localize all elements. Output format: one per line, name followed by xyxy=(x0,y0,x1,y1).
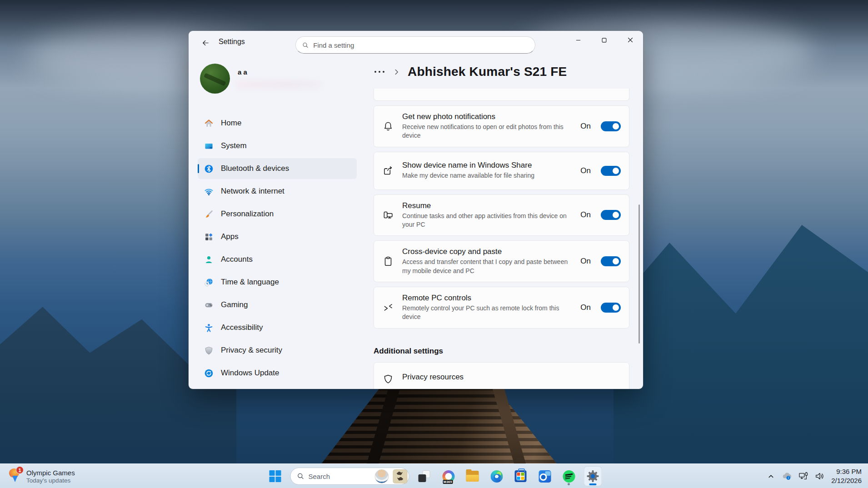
setting-title: Cross-device copy and paste xyxy=(402,247,572,256)
notification-badge: 1 xyxy=(16,466,24,474)
settings-search-input[interactable] xyxy=(313,41,529,49)
time-language-icon xyxy=(204,278,214,287)
avatar xyxy=(200,64,230,94)
setting-row-windows-share: Show device name in Windows Share Make m… xyxy=(374,152,629,190)
toggle-resume[interactable] xyxy=(601,210,621,220)
copilot-m365-button[interactable]: M365 xyxy=(439,466,458,486)
sidebar-item-label: Time & language xyxy=(221,278,279,287)
search-highlight-thumbnail[interactable] xyxy=(393,469,408,483)
chevron-up-icon xyxy=(768,473,774,480)
profile-name: a a xyxy=(238,68,247,76)
widgets-text: Olympic Games Today's updates xyxy=(26,469,75,484)
setting-row-resume: Resume Continue tasks and other app acti… xyxy=(374,194,629,236)
widgets-subtitle: Today's updates xyxy=(26,477,75,484)
share-icon xyxy=(382,165,394,177)
ethernet-icon xyxy=(798,472,808,481)
toggle-remote-pc[interactable] xyxy=(601,303,621,313)
setting-row-photo-notifications: Get new photo notifications Receive new … xyxy=(374,105,629,147)
widgets-button[interactable]: 1 Olympic Games Today's updates xyxy=(5,464,79,488)
privacy-resources-row[interactable]: Privacy resources xyxy=(374,362,629,389)
clipped-card-above xyxy=(374,89,629,101)
sidebar-item-apps[interactable]: Apps xyxy=(198,226,357,247)
personalization-icon xyxy=(204,209,214,219)
network-icon xyxy=(204,187,214,196)
outlook-icon xyxy=(539,470,551,483)
edge-button[interactable] xyxy=(488,466,506,486)
settings-gear-icon xyxy=(587,470,599,483)
remote-control-icon xyxy=(382,302,394,314)
settings-taskbar-button[interactable] xyxy=(584,466,602,486)
sidebar-item-bluetooth-devices[interactable]: Bluetooth & devices xyxy=(198,158,357,179)
sidebar-item-personalization[interactable]: Personalization xyxy=(198,204,357,224)
sidebar-item-label: Gaming xyxy=(221,300,248,309)
window-title: Settings xyxy=(219,38,245,46)
toggle-state-label: On xyxy=(580,166,591,175)
setting-title: Resume xyxy=(402,201,572,210)
settings-search-box[interactable] xyxy=(295,36,535,54)
window-controls xyxy=(565,31,643,49)
taskbar: 1 Olympic Games Today's updates Search M… xyxy=(0,463,868,488)
sidebar-item-label: Network & internet xyxy=(221,187,284,196)
setting-description: Receive new notifications to open or edi… xyxy=(402,123,572,140)
sidebar-nav: Home System Bluetooth & devices Network … xyxy=(198,113,357,385)
sidebar-item-accounts[interactable]: Accounts xyxy=(198,249,357,270)
widgets-title: Olympic Games xyxy=(26,469,75,477)
onedrive-tray-button[interactable]: i xyxy=(779,467,795,485)
toggle-copy-paste[interactable] xyxy=(601,256,621,266)
minimize-button[interactable] xyxy=(565,31,591,49)
network-tray-button[interactable] xyxy=(796,467,811,485)
task-view-button[interactable] xyxy=(415,466,434,486)
clock[interactable]: 9:36 PM 2/12/2026 xyxy=(828,467,866,485)
bluetooth-icon xyxy=(204,164,214,174)
sidebar-item-network-internet[interactable]: Network & internet xyxy=(198,181,357,202)
vertical-scrollbar[interactable] xyxy=(639,204,640,344)
search-highlight-portrait[interactable] xyxy=(375,469,389,483)
start-button[interactable] xyxy=(266,466,284,486)
onedrive-cloud-icon: i xyxy=(782,472,793,481)
system-tray: i 9:36 PM 2/12/2026 xyxy=(763,464,866,488)
toggle-photo-notifications[interactable] xyxy=(601,121,621,131)
spotify-button[interactable] xyxy=(560,466,578,486)
sidebar-item-privacy-security[interactable]: Privacy & security xyxy=(198,340,357,361)
tray-time: 9:36 PM xyxy=(831,467,862,476)
sidebar-item-label: Home xyxy=(221,119,241,128)
close-button[interactable] xyxy=(617,31,643,49)
sidebar-item-label: System xyxy=(221,141,247,150)
maximize-button[interactable] xyxy=(591,31,617,49)
sidebar-item-gaming[interactable]: Gaming xyxy=(198,294,357,315)
shield-outline-icon xyxy=(382,371,394,385)
setting-title: Privacy resources xyxy=(402,373,574,382)
setting-description: Continue tasks and other app activities … xyxy=(402,212,572,229)
tray-overflow-button[interactable] xyxy=(763,467,778,485)
clipboard-icon xyxy=(382,255,394,267)
minimize-icon xyxy=(576,38,581,43)
windows-logo-icon xyxy=(269,470,281,482)
sidebar-item-home[interactable]: Home xyxy=(198,113,357,134)
section-heading: Additional settings xyxy=(374,347,629,356)
titlebar[interactable]: Settings xyxy=(189,31,643,55)
apps-icon xyxy=(204,232,214,242)
sidebar-item-system[interactable]: System xyxy=(198,135,357,156)
file-explorer-button[interactable] xyxy=(464,466,482,486)
bell-icon xyxy=(382,120,394,132)
microsoft-store-button[interactable] xyxy=(512,466,530,486)
system-icon xyxy=(204,141,214,151)
chevron-right-icon xyxy=(394,69,399,75)
task-view-icon xyxy=(419,470,430,482)
taskbar-search-box[interactable]: Search xyxy=(290,468,409,485)
volume-tray-button[interactable] xyxy=(812,467,828,485)
back-button[interactable] xyxy=(198,35,213,50)
settings-content: Get new photo notifications Receive new … xyxy=(374,89,629,389)
outlook-button[interactable] xyxy=(536,466,554,486)
toggle-state-label: On xyxy=(580,303,591,312)
sidebar-item-accessibility[interactable]: Accessibility xyxy=(198,317,357,338)
breadcrumb-overflow-button[interactable] xyxy=(374,68,385,75)
toggle-state-label: On xyxy=(580,210,591,219)
sidebar-item-time-language[interactable]: Time & language xyxy=(198,272,357,293)
taskbar-center: Search M365 xyxy=(266,464,602,488)
gaming-icon xyxy=(204,300,214,310)
maximize-icon xyxy=(602,38,607,43)
setting-title: Remote PC controls xyxy=(402,294,572,303)
toggle-windows-share[interactable] xyxy=(601,166,621,176)
sidebar-item-windows-update[interactable]: Windows Update xyxy=(198,363,357,383)
